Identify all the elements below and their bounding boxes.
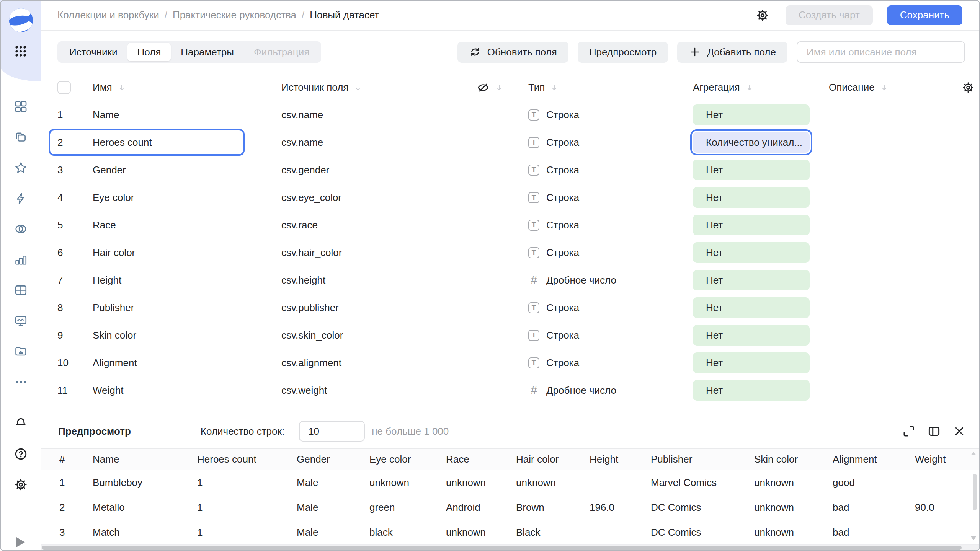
breadcrumb-collections[interactable]: Коллекции и воркбуки [57, 9, 159, 21]
sidebar-item-monitor-chart[interactable] [0, 305, 41, 336]
select-all-checkbox[interactable] [57, 81, 71, 94]
aggregation-select[interactable]: Количество уникал... [693, 132, 810, 153]
field-name-cell[interactable]: Eye color [93, 192, 281, 204]
sort-down-icon [745, 83, 754, 92]
sidebar-item-collections[interactable] [0, 122, 41, 152]
field-type-cell[interactable]: TСтрока [528, 219, 693, 231]
preview-cell: unknown [516, 477, 590, 489]
field-source-cell[interactable]: csv.name [281, 137, 477, 148]
sidebar-item-folder-cloud[interactable] [0, 336, 41, 367]
sidebar-item-dashboards[interactable] [0, 91, 41, 122]
aggregation-select[interactable]: Нет [693, 215, 810, 235]
aggregation-select[interactable]: Нет [693, 352, 810, 373]
field-source-cell[interactable]: csv.eye_color [281, 192, 477, 204]
sidebar-item-lightning[interactable] [0, 183, 41, 214]
aggregation-select[interactable]: Нет [693, 380, 810, 401]
add-field-button[interactable]: Добавить поле [677, 42, 787, 63]
dataset-settings-gear-icon[interactable] [756, 8, 769, 22]
tab-sources[interactable]: Источники [59, 43, 127, 61]
preview-toggle-button[interactable]: Предпросмотр [578, 42, 668, 63]
field-name-cell[interactable]: Weight [93, 385, 281, 396]
aggregation-select[interactable]: Нет [693, 104, 810, 125]
aggregation-select[interactable]: Нет [693, 325, 810, 346]
apps-grid-icon[interactable] [14, 44, 28, 58]
field-source-cell[interactable]: csv.publisher [281, 302, 477, 314]
sort-down-icon [495, 83, 503, 92]
refresh-fields-button[interactable]: Обновить поля [457, 42, 568, 63]
field-name-cell[interactable]: Heroes count [93, 137, 281, 148]
field-type-cell[interactable]: TСтрока [528, 329, 693, 341]
aggregation-select[interactable]: Нет [693, 242, 810, 263]
field-name-cell[interactable]: Hair color [93, 247, 281, 259]
field-type-cell[interactable]: TСтрока [528, 109, 693, 121]
field-name-cell[interactable]: Alignment [93, 357, 281, 369]
tab-fields[interactable]: Поля [127, 43, 171, 61]
expand-sidebar-icon[interactable] [16, 537, 25, 547]
field-source-cell[interactable]: csv.race [281, 219, 477, 231]
field-source-cell[interactable]: csv.weight [281, 385, 477, 396]
field-source-cell[interactable]: csv.name [281, 109, 477, 121]
field-type-cell[interactable]: TСтрока [528, 247, 693, 259]
tab-parameters[interactable]: Параметры [171, 43, 244, 61]
column-header-name[interactable]: Имя [93, 82, 281, 93]
field-name-cell[interactable]: Name [93, 109, 281, 121]
field-type-cell[interactable]: #Дробное число [528, 274, 693, 287]
sidebar-item-help[interactable] [0, 439, 41, 469]
horizontal-scrollbar[interactable] [42, 546, 962, 550]
create-chart-button[interactable]: Создать чарт [786, 5, 873, 25]
column-header-type[interactable]: Тип [528, 82, 693, 93]
column-header-aggregation[interactable]: Агрегация [693, 82, 829, 93]
field-source-cell[interactable]: csv.height [281, 274, 477, 286]
datalens-logo-icon[interactable] [9, 8, 33, 32]
sidebar-item-bar-chart[interactable] [0, 244, 41, 275]
sidebar-item-star[interactable] [0, 152, 41, 183]
dataset-tabs: ИсточникиПоляПараметрыФильтрация [57, 41, 321, 63]
field-name-cell[interactable]: Gender [93, 164, 281, 176]
aggregation-select[interactable]: Нет [693, 187, 810, 208]
field-name-cell[interactable]: Race [93, 219, 281, 231]
column-header-hidden[interactable] [477, 81, 528, 94]
field-type-cell[interactable]: TСтрока [528, 192, 693, 204]
field-search-input[interactable] [797, 41, 965, 63]
close-icon[interactable] [952, 424, 966, 438]
field-source-cell[interactable]: csv.skin_color [281, 329, 477, 341]
scroll-down-arrow-icon[interactable] [971, 536, 976, 540]
save-button[interactable]: Сохранить [887, 5, 962, 25]
sidebar-item-settings[interactable] [0, 469, 41, 500]
field-type-cell[interactable]: TСтрока [528, 302, 693, 314]
string-type-icon: T [528, 357, 539, 368]
field-name-cell[interactable]: Publisher [93, 302, 281, 314]
tab-filtering[interactable]: Фильтрация [244, 43, 319, 61]
field-source-cell[interactable]: csv.gender [281, 164, 477, 176]
preview-cell: 196.0 [590, 502, 651, 514]
sort-down-icon [550, 83, 559, 92]
sidebar-item-ellipsis[interactable] [0, 367, 41, 397]
sidebar-footer [0, 533, 41, 551]
vertical-scrollbar[interactable] [973, 474, 977, 510]
aggregation-select[interactable]: Нет [693, 297, 810, 318]
field-aggregation-cell: Нет [693, 160, 829, 180]
field-source-cell[interactable]: csv.hair_color [281, 247, 477, 259]
field-name-cell[interactable]: Skin color [93, 329, 281, 341]
rows-count-input[interactable] [299, 421, 365, 442]
column-header-description[interactable]: Описание [829, 82, 962, 93]
aggregation-select[interactable]: Нет [693, 160, 810, 180]
column-header-source[interactable]: Источник поля [281, 82, 477, 93]
sidebar-item-table[interactable] [0, 275, 41, 305]
field-name-cell[interactable]: Height [93, 274, 281, 286]
scroll-up-arrow-icon[interactable] [971, 452, 976, 455]
sidebar-item-linked-circles[interactable] [0, 214, 41, 244]
breadcrumb-workbook[interactable]: Практические руководства [173, 9, 296, 21]
field-type-cell[interactable]: TСтрока [528, 137, 693, 148]
aggregation-select[interactable]: Нет [693, 270, 810, 290]
field-aggregation-cell: Нет [693, 215, 829, 235]
sidebar-item-bell[interactable] [0, 408, 41, 439]
field-type-cell[interactable]: #Дробное число [528, 384, 693, 397]
field-type-cell[interactable]: TСтрока [528, 357, 693, 369]
table-columns-gear-icon[interactable] [962, 81, 975, 94]
fullscreen-icon[interactable] [902, 424, 916, 438]
field-type-cell[interactable]: TСтрока [528, 164, 693, 176]
preview-table-row: 2Metallo1MalegreenAndroidBrown196.0DC Co… [41, 495, 980, 520]
field-source-cell[interactable]: csv.alignment [281, 357, 477, 369]
split-view-icon[interactable] [927, 424, 941, 438]
